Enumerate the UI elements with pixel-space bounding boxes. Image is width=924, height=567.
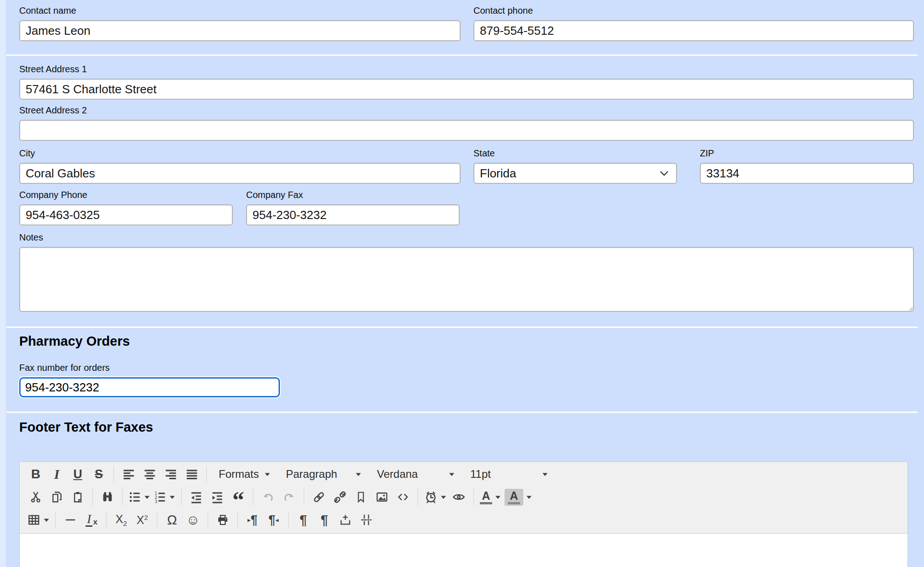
visual-blocks-button[interactable]: ¶ xyxy=(293,510,314,530)
toolbar-row-2: 123“AA xyxy=(20,486,908,508)
undo-button[interactable] xyxy=(258,487,279,507)
bullet-list-button[interactable] xyxy=(127,487,152,507)
paragraph-dropdown[interactable]: Paragraph xyxy=(286,464,361,484)
remove-link-button[interactable] xyxy=(329,487,350,507)
contact-name-input[interactable] xyxy=(19,20,461,41)
clear-formatting-button[interactable]: Ix xyxy=(81,510,102,530)
table-button[interactable] xyxy=(25,510,51,530)
rtl-button[interactable]: ¶◂ xyxy=(263,510,284,530)
font-family-dropdown-label: Verdana xyxy=(377,468,418,481)
strikethrough-button[interactable]: S xyxy=(88,464,109,484)
street-address-2-input[interactable] xyxy=(19,120,914,141)
toolbar-separator xyxy=(253,488,253,506)
pilcrow-icon: ¶ xyxy=(300,514,307,527)
align-center-button[interactable] xyxy=(139,464,160,484)
company-phone-input[interactable] xyxy=(19,204,233,225)
indent-button[interactable] xyxy=(207,487,228,507)
numbered-list-button[interactable]: 123 xyxy=(152,487,177,507)
underline-icon: U xyxy=(73,468,82,481)
toolbar-separator xyxy=(288,511,289,529)
font-size-dropdown-label: 11pt xyxy=(470,468,491,481)
special-character-button[interactable]: Ω xyxy=(161,510,183,530)
company-fax-input[interactable] xyxy=(246,204,460,225)
editor-content-area[interactable] xyxy=(20,533,908,567)
toolbar-separator xyxy=(418,488,418,506)
formats-dropdown[interactable]: Formats xyxy=(219,464,270,484)
contact-phone-input[interactable] xyxy=(473,20,914,41)
outdent-icon xyxy=(190,491,203,503)
strikethrough-icon: S xyxy=(95,468,103,481)
toolbar-separator xyxy=(304,488,304,506)
find-icon xyxy=(101,491,114,503)
unlink-icon xyxy=(333,490,347,504)
visual-chars-button[interactable]: ¶ xyxy=(314,510,335,530)
font-family-dropdown[interactable]: Verdana xyxy=(377,464,455,484)
superscript-button[interactable]: X2 xyxy=(132,510,153,530)
state-select-value: Florida xyxy=(480,166,516,181)
chevron-down-icon xyxy=(660,171,669,176)
clock-icon xyxy=(424,490,438,504)
bold-button[interactable]: B xyxy=(25,464,46,484)
insert-image-button[interactable] xyxy=(371,487,392,507)
text-color-button[interactable]: A xyxy=(478,487,503,507)
blockquote-button[interactable]: “ xyxy=(228,487,249,507)
eye-icon xyxy=(451,491,466,503)
ltr-button[interactable]: ▸¶ xyxy=(242,510,263,530)
underline-button[interactable]: U xyxy=(67,464,88,484)
rtl-icon: ¶◂ xyxy=(269,514,279,526)
align-right-icon xyxy=(165,468,177,481)
outdent-button[interactable] xyxy=(186,487,207,507)
notes-textarea[interactable] xyxy=(19,247,914,312)
align-justify-button[interactable] xyxy=(181,464,202,484)
background-color-button[interactable]: A xyxy=(503,487,534,507)
subscript-button[interactable]: X2 xyxy=(111,510,132,530)
undo-icon xyxy=(262,491,274,503)
align-left-button[interactable] xyxy=(118,464,139,484)
fax-number-for-orders-input[interactable] xyxy=(19,377,280,397)
paste-icon xyxy=(71,491,84,503)
template-icon xyxy=(338,514,352,526)
italic-button[interactable]: I xyxy=(46,464,67,484)
insert-datetime-button[interactable] xyxy=(422,487,448,507)
align-center-icon xyxy=(144,468,156,481)
section-divider xyxy=(6,326,918,328)
caret-down-icon xyxy=(144,495,150,499)
preview-button[interactable] xyxy=(448,487,469,507)
paste-button[interactable] xyxy=(67,487,88,507)
caret-down-icon xyxy=(542,472,548,476)
print-button[interactable] xyxy=(212,510,233,530)
copy-button[interactable] xyxy=(46,487,67,507)
notes-label: Notes xyxy=(19,232,914,242)
superscript-icon: X2 xyxy=(136,514,148,526)
ltr-icon: ▸¶ xyxy=(247,514,258,526)
clearformat-icon: Ix xyxy=(86,513,97,527)
redo-button[interactable] xyxy=(279,487,300,507)
emoticons-button[interactable]: ☺ xyxy=(183,510,204,530)
street-address-1-input[interactable] xyxy=(19,79,914,100)
insert-link-button[interactable] xyxy=(308,487,329,507)
toolbar-separator xyxy=(181,488,182,506)
zip-input[interactable] xyxy=(700,163,914,184)
find-replace-button[interactable] xyxy=(97,487,118,507)
page-break-button[interactable] xyxy=(356,510,377,530)
contact-phone-label: Contact phone xyxy=(473,5,914,16)
font-size-dropdown[interactable]: 11pt xyxy=(470,464,548,484)
align-left-icon xyxy=(123,468,135,481)
rich-text-editor: BIUSFormatsParagraphVerdana11pt123“AAIxX… xyxy=(19,461,908,567)
city-input[interactable] xyxy=(19,163,461,184)
source-code-button[interactable] xyxy=(392,487,414,507)
insert-template-button[interactable] xyxy=(335,510,356,530)
copy-icon xyxy=(50,491,63,503)
state-select[interactable]: Florida xyxy=(473,163,677,184)
anchor-button[interactable] xyxy=(350,487,371,507)
cut-button[interactable] xyxy=(25,487,46,507)
footer-text-for-faxes-heading: Footer Text for Faxes xyxy=(19,419,914,435)
left-gutter xyxy=(0,0,6,567)
toolbar-separator xyxy=(122,488,123,506)
toolbar-separator xyxy=(473,488,474,506)
caret-down-icon xyxy=(264,472,270,476)
align-right-button[interactable] xyxy=(160,464,181,484)
subscript-icon: X2 xyxy=(115,514,127,527)
section-divider xyxy=(6,54,918,56)
horizontal-rule-button[interactable] xyxy=(60,510,81,530)
